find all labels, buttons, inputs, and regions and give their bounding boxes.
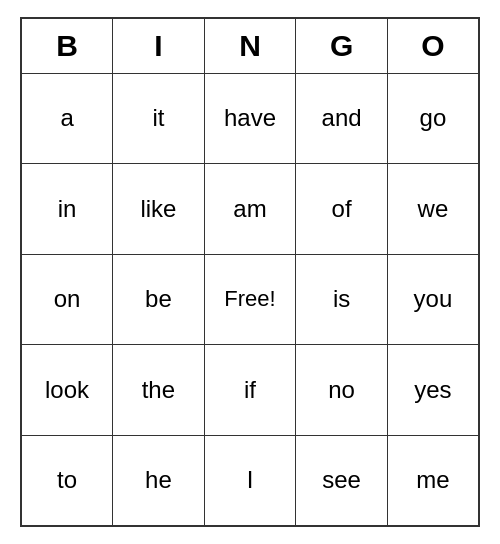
bingo-cell-1-2: am (204, 164, 296, 255)
bingo-row-3: looktheifnoyes (21, 345, 479, 436)
bingo-cell-1-3: of (296, 164, 388, 255)
bingo-cell-4-4: me (387, 435, 479, 526)
bingo-cell-1-1: like (113, 164, 205, 255)
bingo-cell-0-2: have (204, 73, 296, 164)
bingo-cell-2-4: you (387, 254, 479, 345)
bingo-cell-3-4: yes (387, 345, 479, 436)
header-col-b: B (21, 18, 113, 73)
header-col-o: O (387, 18, 479, 73)
bingo-cell-0-4: go (387, 73, 479, 164)
bingo-cell-0-1: it (113, 73, 205, 164)
header-col-i: I (113, 18, 205, 73)
bingo-cell-2-1: be (113, 254, 205, 345)
bingo-cell-3-2: if (204, 345, 296, 436)
header-row: BINGO (21, 18, 479, 73)
bingo-cell-4-3: see (296, 435, 388, 526)
bingo-cell-0-0: a (21, 73, 113, 164)
bingo-row-2: onbeFree!isyou (21, 254, 479, 345)
header-col-g: G (296, 18, 388, 73)
bingo-cell-2-3: is (296, 254, 388, 345)
bingo-row-4: toheIseeme (21, 435, 479, 526)
bingo-cell-1-4: we (387, 164, 479, 255)
bingo-cell-3-0: look (21, 345, 113, 436)
bingo-row-0: aithaveandgo (21, 73, 479, 164)
bingo-row-1: inlikeamofwe (21, 164, 479, 255)
bingo-cell-3-3: no (296, 345, 388, 436)
bingo-card: BINGO aithaveandgoinlikeamofweonbeFree!i… (20, 17, 480, 527)
bingo-cell-2-0: on (21, 254, 113, 345)
bingo-cell-0-3: and (296, 73, 388, 164)
bingo-cell-4-2: I (204, 435, 296, 526)
bingo-body: aithaveandgoinlikeamofweonbeFree!isyoulo… (21, 73, 479, 526)
bingo-cell-4-1: he (113, 435, 205, 526)
bingo-cell-3-1: the (113, 345, 205, 436)
bingo-cell-1-0: in (21, 164, 113, 255)
bingo-cell-4-0: to (21, 435, 113, 526)
bingo-cell-2-2: Free! (204, 254, 296, 345)
header-col-n: N (204, 18, 296, 73)
